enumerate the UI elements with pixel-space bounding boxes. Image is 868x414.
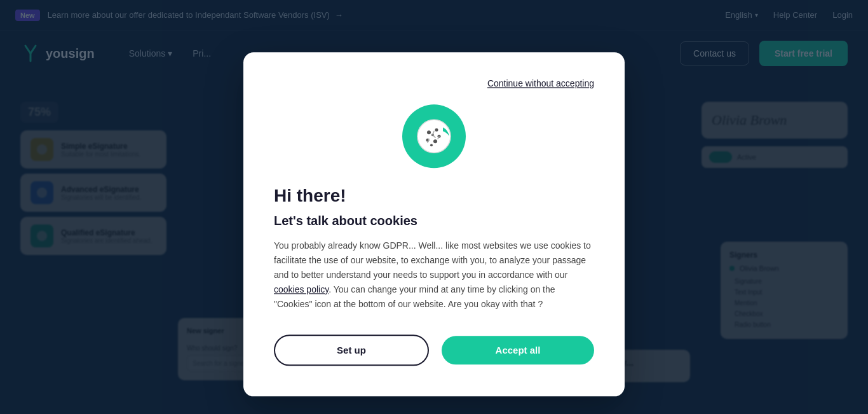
svg-point-4: [427, 130, 431, 134]
modal-subtitle: Let's talk about cookies: [274, 214, 594, 228]
body-text-part1: You probably already know GDPR... Well..…: [274, 240, 591, 280]
cookie-icon: [415, 117, 453, 155]
continue-link-wrapper: Continue without accepting: [274, 78, 594, 89]
svg-point-5: [435, 128, 438, 131]
continue-without-accepting-link[interactable]: Continue without accepting: [487, 78, 594, 88]
svg-point-10: [430, 144, 433, 146]
cookie-icon-wrapper: [274, 104, 594, 168]
modal-actions: Set up Accept all: [274, 335, 594, 366]
modal-body: You probably already know GDPR... Well..…: [274, 238, 594, 312]
cookie-modal: Continue without accepting: [243, 52, 625, 396]
cookie-icon-circle: [402, 104, 466, 168]
svg-point-7: [433, 139, 437, 143]
setup-button[interactable]: Set up: [274, 335, 429, 366]
modal-greeting: Hi there!: [274, 186, 594, 206]
cookies-policy-link[interactable]: cookies policy: [274, 284, 329, 294]
accept-all-button[interactable]: Accept all: [442, 336, 594, 364]
